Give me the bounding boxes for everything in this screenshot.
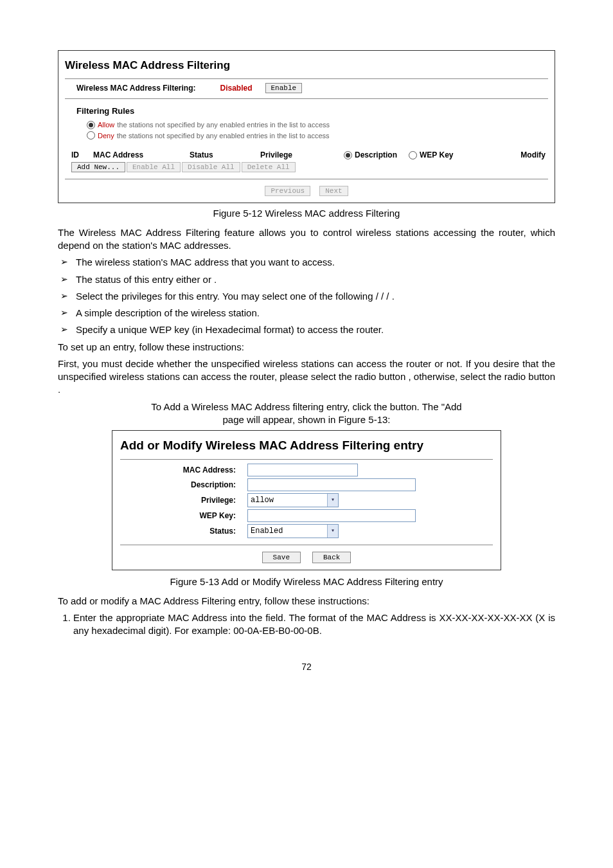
privilege-value: allow — [248, 495, 274, 505]
rule-allow-text: the stations not specified by any enable… — [117, 120, 330, 130]
col-mac: MAC Address — [93, 150, 190, 160]
description-input[interactable] — [247, 478, 416, 491]
status-label: Status: — [120, 526, 247, 536]
col-status: Status — [190, 150, 260, 160]
chevron-down-icon: ▾ — [327, 494, 338, 507]
instructions-intro: To add or modify a MAC Address Filtering… — [58, 595, 555, 608]
wepkey-input[interactable] — [247, 509, 416, 522]
radio-icon — [87, 131, 95, 140]
add-modify-panel: Add or Modify Wireless MAC Address Filte… — [112, 430, 501, 570]
radio-icon — [87, 121, 95, 129]
instruction-item-1: Enter the appropriate MAC Address into t… — [73, 611, 555, 638]
description-label: Description: — [120, 480, 247, 490]
filtering-rules-heading: Filtering Rules — [76, 105, 548, 117]
radio-icon[interactable] — [409, 151, 417, 159]
mac-address-input[interactable] — [247, 464, 358, 476]
bullet-status: The status of this entry either or . — [73, 273, 555, 286]
col-wepkey: WEP Key — [420, 150, 453, 160]
decision-paragraph: First, you must decide whether the unspe… — [58, 357, 555, 397]
save-button[interactable]: Save — [262, 552, 301, 563]
status-select[interactable]: Enabled ▾ — [247, 524, 339, 538]
table-header: ID MAC Address Status Privilege Descript… — [65, 150, 548, 160]
enable-button[interactable]: Enable — [265, 83, 303, 93]
bullet-privilege: Select the privileges for this entry. Yo… — [73, 290, 555, 303]
privilege-select[interactable]: allow ▾ — [247, 493, 339, 507]
delete-all-button[interactable]: Delete All — [242, 162, 296, 172]
col-privilege: Privilege — [260, 150, 344, 160]
privilege-label: Privilege: — [120, 495, 247, 505]
panel-title: Wireless MAC Address Filtering — [65, 53, 548, 77]
rule-deny-text: the stations not specified by any enable… — [117, 131, 330, 141]
wepkey-label: WEP Key: — [120, 511, 247, 521]
page-number: 72 — [58, 661, 555, 673]
setup-intro: To set up an entry, follow these instruc… — [58, 341, 555, 354]
status-value: Enabled — [248, 526, 283, 536]
filter-status-value: Disabled — [220, 83, 252, 93]
mac-address-label: MAC Address: — [120, 465, 247, 475]
back-button[interactable]: Back — [312, 552, 351, 563]
add-entry-paragraph: To Add a Wireless MAC Address filtering … — [58, 401, 555, 427]
rule-deny-row[interactable]: Deny the stations not specified by any e… — [87, 131, 548, 141]
disable-all-button[interactable]: Disable All — [182, 162, 240, 172]
col-modify: Modify — [520, 150, 546, 160]
add-new-button[interactable]: Add New... — [71, 162, 125, 172]
rule-deny-word: Deny — [98, 131, 114, 141]
figure-caption-1: Figure 5-12 Wireless MAC address Filteri… — [58, 207, 555, 220]
radio-icon[interactable] — [344, 151, 352, 159]
col-id: ID — [71, 150, 93, 160]
panel2-title: Add or Modify Wireless MAC Address Filte… — [120, 433, 493, 458]
rule-allow-word: Allow — [98, 120, 114, 130]
figure-caption-2: Figure 5-13 Add or Modify Wireless MAC A… — [58, 575, 555, 588]
bullet-mac: The wireless station's MAC address that … — [73, 256, 555, 269]
mac-filter-panel: Wireless MAC Address Filtering Wireless … — [58, 50, 555, 203]
intro-paragraph: The Wireless MAC Address Filtering featu… — [58, 226, 555, 253]
bullet-description: A simple description of the wireless sta… — [73, 307, 555, 320]
previous-button[interactable]: Previous — [265, 186, 310, 196]
enable-all-button[interactable]: Enable All — [127, 162, 181, 172]
field-bullets: The wireless station's MAC address that … — [58, 256, 555, 336]
bullet-wepkey: Specify a unique WEP key (in Hexadecimal… — [73, 323, 555, 336]
instruction-list: Enter the appropriate MAC Address into t… — [58, 611, 555, 638]
next-button[interactable]: Next — [319, 186, 348, 196]
col-description: Description — [355, 150, 397, 160]
rule-allow-row[interactable]: Allow the stations not specified by any … — [87, 120, 548, 131]
chevron-down-icon: ▾ — [327, 525, 338, 538]
filter-status-label: Wireless MAC Address Filtering: — [76, 83, 195, 93]
